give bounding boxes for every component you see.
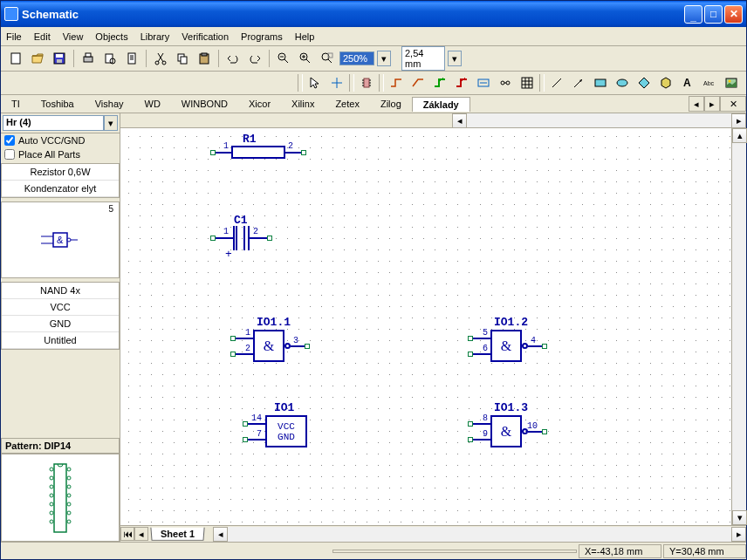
pin[interactable] <box>230 336 236 341</box>
close-button[interactable]: ✕ <box>724 5 743 24</box>
new-icon[interactable] <box>6 49 25 68</box>
net-tie-icon[interactable] <box>496 73 515 92</box>
copy-icon[interactable] <box>173 49 192 68</box>
component-r1[interactable] <box>231 146 285 159</box>
part-selector[interactable]: Hr (4) <box>3 115 104 131</box>
abc-icon[interactable]: Abc <box>700 73 719 92</box>
zoom-in-icon[interactable] <box>296 49 315 68</box>
page-icon[interactable] <box>122 49 141 68</box>
libtab-vishay[interactable]: Vishay <box>85 97 134 111</box>
minimize-button[interactable]: _ <box>684 5 702 24</box>
libtab-prev[interactable]: ◂ <box>689 96 704 112</box>
zoom-out-icon[interactable] <box>274 49 293 68</box>
unit-dropdown[interactable]: ▾ <box>448 51 462 66</box>
menu-programs[interactable]: Programs <box>241 31 283 42</box>
pin[interactable] <box>243 437 248 442</box>
list-item[interactable]: GND <box>2 316 119 332</box>
place-all-checkbox[interactable] <box>4 149 15 160</box>
paste-icon[interactable] <box>195 49 214 68</box>
libtab-toshiba[interactable]: Toshiba <box>31 97 85 111</box>
pin[interactable] <box>468 437 473 442</box>
bus-entry-icon[interactable] <box>452 73 471 92</box>
arrow-icon[interactable] <box>569 73 588 92</box>
menu-objects[interactable]: Objects <box>95 31 127 42</box>
auto-vcc-gnd-checkbox[interactable] <box>4 135 15 146</box>
pin[interactable] <box>230 352 236 357</box>
list-item[interactable]: Kondenzator elyt <box>2 181 119 197</box>
maximize-button[interactable]: □ <box>704 5 723 24</box>
zoom-extents-icon[interactable] <box>318 49 337 68</box>
libtab-next[interactable]: ▸ <box>704 96 720 112</box>
libtab-winbond[interactable]: WINBOND <box>171 97 238 111</box>
part-selector-dropdown[interactable]: ▾ <box>104 115 118 131</box>
component-io1[interactable]: VCCGND <box>265 415 307 447</box>
polygon-icon[interactable] <box>634 73 654 92</box>
libtab-wd[interactable]: WD <box>134 97 171 111</box>
redo-icon[interactable] <box>245 49 264 68</box>
wire-angle-icon[interactable] <box>408 73 428 92</box>
line-icon[interactable] <box>547 73 566 92</box>
open-icon[interactable] <box>28 49 47 68</box>
scroll-right-icon[interactable]: ▸ <box>731 113 746 128</box>
pin[interactable] <box>542 344 547 349</box>
zoom-field[interactable]: 250% <box>339 51 374 65</box>
libtab-zetex[interactable]: Zetex <box>325 97 370 111</box>
sheet-prev[interactable]: ◂ <box>134 527 148 541</box>
menu-view[interactable]: View <box>63 31 84 42</box>
print-icon[interactable] <box>79 49 98 68</box>
rounded-rect-icon[interactable] <box>613 73 632 92</box>
sheet-tab[interactable]: Sheet 1 <box>150 527 204 540</box>
unit-field[interactable]: 2,54 mm <box>401 46 445 71</box>
menu-library[interactable]: Library <box>140 31 170 42</box>
libtab-zaklady[interactable]: Základy <box>412 97 470 112</box>
menu-file[interactable]: File <box>6 31 22 42</box>
titlebar[interactable]: Schematic _ □ ✕ <box>1 1 746 27</box>
sheet-first[interactable]: ⏮ <box>120 527 134 541</box>
scroll-left-icon[interactable]: ◂ <box>213 527 228 542</box>
component-io11[interactable]: & <box>253 330 284 362</box>
component-icon[interactable] <box>357 73 376 92</box>
pin[interactable] <box>468 421 473 427</box>
image-icon[interactable] <box>722 73 741 92</box>
pin[interactable] <box>468 336 473 341</box>
list-item[interactable]: Untitled <box>2 332 119 349</box>
list-item[interactable]: NAND 4x <box>2 283 119 299</box>
rect-icon[interactable] <box>591 73 610 92</box>
bus-icon[interactable] <box>430 73 449 92</box>
undo-icon[interactable] <box>223 49 243 68</box>
component-c1[interactable] <box>233 226 237 250</box>
component-io13[interactable]: & <box>490 415 522 447</box>
pin[interactable] <box>301 150 306 155</box>
vertical-scrollbar[interactable]: ▴ ▾ <box>731 128 746 525</box>
libtab-ti[interactable]: TI <box>1 97 31 111</box>
schematic-canvas[interactable]: R1 1 2 C1 + 1 <box>120 128 731 525</box>
save-icon[interactable] <box>50 49 69 68</box>
libtab-xicor[interactable]: Xicor <box>238 97 281 111</box>
scroll-right-icon[interactable]: ▸ <box>731 527 746 542</box>
menu-help[interactable]: Help <box>295 31 315 42</box>
wire-icon[interactable] <box>387 73 406 92</box>
grid-icon[interactable] <box>517 73 537 92</box>
libtab-zilog[interactable]: Zilog <box>370 97 412 111</box>
component-io12[interactable]: & <box>490 330 522 362</box>
scroll-left-icon[interactable]: ◂ <box>452 113 467 128</box>
pin[interactable] <box>468 352 473 357</box>
libtab-xilinx[interactable]: Xilinx <box>281 97 325 111</box>
zoom-dropdown[interactable]: ▾ <box>377 51 391 66</box>
menu-edit[interactable]: Edit <box>34 31 51 42</box>
scroll-up-icon[interactable]: ▴ <box>732 128 747 143</box>
hexagon-icon[interactable] <box>656 73 675 92</box>
pin[interactable] <box>305 344 310 349</box>
libtab-close[interactable]: ✕ <box>720 96 746 112</box>
crosshair-icon[interactable] <box>327 73 346 92</box>
pin[interactable] <box>210 150 216 155</box>
pin[interactable] <box>210 236 216 241</box>
cut-icon[interactable] <box>151 49 170 68</box>
scroll-down-icon[interactable]: ▾ <box>732 510 747 525</box>
net-label-icon[interactable] <box>474 73 493 92</box>
text-tool-icon[interactable]: A <box>678 73 697 92</box>
pin[interactable] <box>243 421 248 427</box>
cursor-icon[interactable] <box>305 73 325 92</box>
horizontal-scrollbar[interactable]: ◂ ▸ <box>213 527 746 542</box>
list-item[interactable]: VCC <box>2 299 119 316</box>
